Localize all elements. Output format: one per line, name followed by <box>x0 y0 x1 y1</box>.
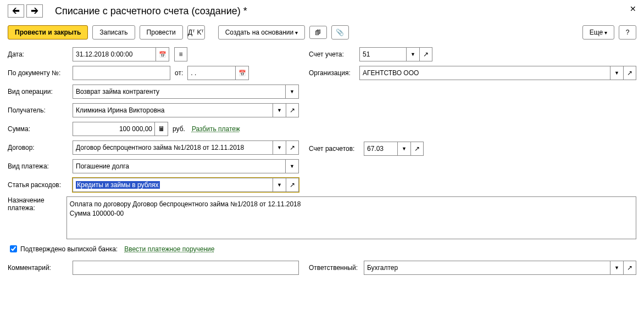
currency-label: руб. <box>173 125 185 133</box>
number-icon[interactable]: ≡ <box>174 47 187 61</box>
org-label: Организация: <box>309 69 359 77</box>
more-button[interactable]: Еще <box>582 25 614 40</box>
contract-open-icon[interactable]: ↗ <box>286 140 299 155</box>
calculator-icon[interactable]: 🖩 <box>155 122 168 136</box>
recipient-label: Получатель: <box>8 106 73 114</box>
doc-date-input[interactable]: . . <box>187 66 236 80</box>
pay-type-select[interactable]: Погашение долга <box>73 159 286 173</box>
settle-acc-select[interactable]: 67.03 <box>364 142 398 156</box>
settle-acc-label: Счет расчетов: <box>309 145 364 153</box>
responsible-open-icon[interactable]: ↗ <box>623 261 636 275</box>
purpose-textarea[interactable] <box>66 196 636 239</box>
op-type-dropdown-icon[interactable]: ▼ <box>286 85 299 99</box>
confirm-checkbox[interactable] <box>10 245 17 252</box>
expense-label: Статья расходов: <box>8 181 73 189</box>
nav-back-button[interactable]: 🡰 <box>8 4 24 18</box>
account-dropdown-icon[interactable]: ▼ <box>407 47 420 61</box>
expense-dropdown-icon[interactable]: ▼ <box>273 178 286 192</box>
submit-button[interactable]: Провести <box>140 25 183 40</box>
recipient-open-icon[interactable]: ↗ <box>286 103 299 117</box>
contract-label: Договор: <box>8 144 73 151</box>
doc-number-input[interactable] <box>73 66 170 80</box>
purpose-label: Назначение платежа: <box>8 196 66 212</box>
save-button[interactable]: Записать <box>92 25 135 40</box>
comment-label: Комментарий: <box>8 264 73 272</box>
account-open-icon[interactable]: ↗ <box>419 47 432 61</box>
pay-type-dropdown-icon[interactable]: ▼ <box>286 159 299 173</box>
recipient-select[interactable]: Климкина Ирина Викторовна <box>73 103 273 117</box>
help-button[interactable]: ? <box>619 25 636 40</box>
org-select[interactable]: АГЕНТСТВО ООО <box>359 66 610 80</box>
date-label: Дата: <box>8 50 73 58</box>
doc-date-calendar-icon[interactable] <box>236 66 249 80</box>
responsible-label: Ответственный: <box>309 264 364 272</box>
enter-order-link[interactable]: Ввести платежное поручение <box>124 245 214 253</box>
structure-button[interactable]: 🗐 <box>309 26 327 39</box>
split-payment-link[interactable]: Разбить платеж <box>192 125 240 133</box>
op-type-label: Вид операции: <box>8 88 73 95</box>
dtkt-button[interactable]: Дᵀ Kᵀ <box>187 25 205 40</box>
page-title: Списание с расчетного счета (создание) * <box>55 5 247 17</box>
pay-type-label: Вид платежа: <box>8 162 73 170</box>
responsible-dropdown-icon[interactable]: ▼ <box>610 261 624 275</box>
expense-select[interactable]: Кредиты и займы в рублях <box>73 178 273 192</box>
calendar-icon[interactable] <box>156 47 169 61</box>
settle-acc-open-icon[interactable]: ↗ <box>410 142 424 156</box>
comment-input[interactable] <box>73 261 299 275</box>
account-label: Счет учета: <box>309 50 359 58</box>
responsible-select[interactable]: Бухгалтер <box>364 261 610 275</box>
op-type-select[interactable]: Возврат займа контрагенту <box>73 85 286 99</box>
from-label: от: <box>175 69 183 77</box>
org-dropdown-icon[interactable]: ▼ <box>610 66 624 80</box>
contract-select[interactable]: Договор беспроцентного займа №1/2018 от … <box>73 140 273 155</box>
by-doc-label: По документу №: <box>8 69 73 77</box>
nav-forward-button[interactable]: 🡲 <box>26 4 43 18</box>
amount-input[interactable]: 100 000,00 <box>73 122 155 136</box>
org-open-icon[interactable]: ↗ <box>623 66 636 80</box>
create-based-button[interactable]: Создать на основании <box>218 25 305 40</box>
amount-label: Сумма: <box>8 125 73 133</box>
attach-button[interactable]: 📎 <box>331 25 349 40</box>
settle-acc-dropdown-icon[interactable]: ▼ <box>398 142 411 156</box>
account-select[interactable]: 51 <box>359 47 407 61</box>
recipient-dropdown-icon[interactable]: ▼ <box>273 103 286 117</box>
submit-close-button[interactable]: Провести и закрыть <box>8 25 88 40</box>
expense-open-icon[interactable]: ↗ <box>286 178 299 192</box>
close-icon[interactable]: ✕ <box>630 4 636 13</box>
confirm-label: Подтверждено выпиской банка: <box>20 245 118 253</box>
date-input[interactable]: 31.12.2018 0:00:00 <box>73 47 156 61</box>
contract-dropdown-icon[interactable]: ▼ <box>273 140 286 155</box>
